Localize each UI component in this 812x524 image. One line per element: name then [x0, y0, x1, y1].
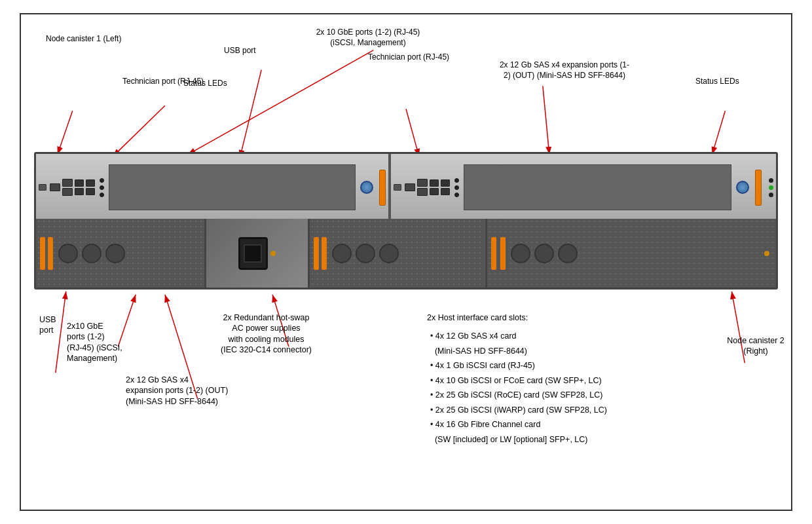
- svg-line-3: [240, 70, 261, 158]
- fan-7: [511, 244, 530, 263]
- label-usb-port-top: USB port: [224, 46, 256, 56]
- led-rr3: [769, 193, 773, 197]
- sfp-port-r4: [441, 188, 450, 195]
- t-port-left: [39, 184, 46, 191]
- sfp-port-2: [75, 188, 84, 195]
- t-port-right: [394, 184, 401, 191]
- orange-handle-right: [755, 170, 762, 206]
- power-row: [36, 219, 776, 288]
- label-status-leds-left: Status LEDs: [183, 79, 227, 89]
- led-2: [100, 185, 104, 190]
- led-rr1: [769, 178, 773, 183]
- left-leds: [100, 178, 104, 197]
- led-r3: [454, 193, 459, 197]
- right-far-section: [487, 219, 776, 288]
- power-led-right: [764, 251, 769, 256]
- svg-line-1: [58, 111, 73, 155]
- rj45-port-r1: [405, 183, 415, 191]
- label-technician-port-right-top: Technician port (RJ-45): [368, 52, 449, 63]
- label-sas-expansion-top: 2x 12 Gb SAS x4 expansion ports (1-2) (O…: [499, 60, 630, 81]
- sfp-port-1: [75, 179, 84, 187]
- rj45-group-1: [50, 183, 60, 191]
- fan-2: [82, 244, 101, 263]
- fan-8: [534, 244, 554, 263]
- led-r2: [454, 185, 459, 190]
- expansion-module-left: [109, 164, 356, 211]
- rj45-group-right-2: [417, 179, 428, 196]
- led-rr2: [769, 185, 773, 190]
- left-canister-top: [36, 154, 391, 221]
- led-1: [100, 178, 104, 183]
- right-leds-1: [454, 178, 459, 197]
- label-redundant-power: 2x Redundant hot-swapAC power supplieswi…: [221, 312, 312, 355]
- blue-knob-left: [360, 181, 373, 194]
- rj45-group-right-1: [405, 183, 415, 191]
- right-canister-top: [391, 154, 776, 221]
- rj45-group-2: [62, 179, 73, 196]
- label-node-canister-1: Node canister 1 (Left): [46, 34, 121, 45]
- sfp-port-r1: [430, 179, 439, 187]
- fan-9: [558, 244, 578, 263]
- fan-1: [58, 244, 78, 263]
- fan-circles-right: [332, 244, 399, 263]
- sfp-group-1: [75, 179, 84, 195]
- svg-line-2: [113, 105, 165, 157]
- sfp-port-r2: [430, 188, 439, 195]
- fan-3: [105, 244, 125, 263]
- right-power-section: [310, 219, 487, 288]
- led-r1: [454, 178, 459, 183]
- fan-6: [379, 244, 399, 263]
- expansion-module-right: [464, 164, 731, 211]
- orange-handle-left: [379, 170, 386, 206]
- rj45-port-r3: [417, 188, 428, 196]
- power-supply-left: [206, 219, 310, 288]
- left-power-section: [36, 219, 206, 288]
- diagram-container: Node canister 1 (Left) Technician port (…: [20, 13, 792, 511]
- rj45-port-1: [50, 183, 60, 191]
- sfp-group-right-1: [430, 179, 439, 195]
- right-leds-2: [769, 178, 773, 197]
- svg-line-4: [188, 50, 374, 155]
- orange-tab-6: [500, 237, 506, 270]
- hardware-chassis: [34, 152, 778, 290]
- label-10gbe-top: 2x 10 GbE ports (1-2) (RJ-45) (iSCSI, Ma…: [303, 28, 434, 48]
- label-sas-bottom: 2x 12 Gb SAS x4expansion ports (1-2) (OU…: [126, 375, 228, 407]
- svg-line-5: [406, 109, 419, 157]
- fan-5: [356, 244, 375, 263]
- sfp-group-right-2: [441, 179, 450, 195]
- orange-tab-1: [40, 237, 45, 270]
- fan-circles-far: [511, 244, 578, 263]
- sfp-port-3: [86, 179, 95, 187]
- label-host-interface-title: 2x Host interface card slots:: [427, 312, 528, 323]
- label-usb-port-bottom: USBport: [39, 314, 56, 336]
- rj45-port-2: [62, 179, 73, 187]
- power-led: [270, 251, 276, 256]
- led-3: [100, 193, 104, 197]
- iec-connector-left: [244, 244, 262, 263]
- svg-line-8: [56, 291, 66, 373]
- fan-circles-left: [58, 244, 125, 263]
- label-10gbe-bottom: 2x10 GbEports (1-2)(RJ-45) (iSCSI,Manage…: [67, 321, 122, 364]
- label-status-leds-right-top: Status LEDs: [695, 77, 739, 87]
- fan-4: [332, 244, 352, 263]
- orange-tab-4: [322, 237, 327, 270]
- label-node-canister-2: Node canister 2 (Right): [720, 335, 791, 357]
- sfp-port-4: [86, 188, 95, 195]
- orange-tab-3: [314, 237, 319, 270]
- blue-knob-right: [736, 181, 749, 194]
- orange-tab-2: [48, 237, 53, 270]
- power-socket-left: [238, 237, 268, 270]
- label-host-interface-list: • 4x 12 Gb SAS x4 card (Mini-SAS HD SFF-…: [430, 329, 607, 447]
- rj45-port-3: [62, 188, 73, 196]
- sfp-group-2: [86, 179, 95, 195]
- orange-tab-5: [491, 237, 496, 270]
- svg-line-7: [712, 111, 726, 155]
- svg-line-6: [543, 86, 549, 154]
- sfp-port-r3: [441, 179, 450, 187]
- rj45-port-r2: [417, 179, 428, 187]
